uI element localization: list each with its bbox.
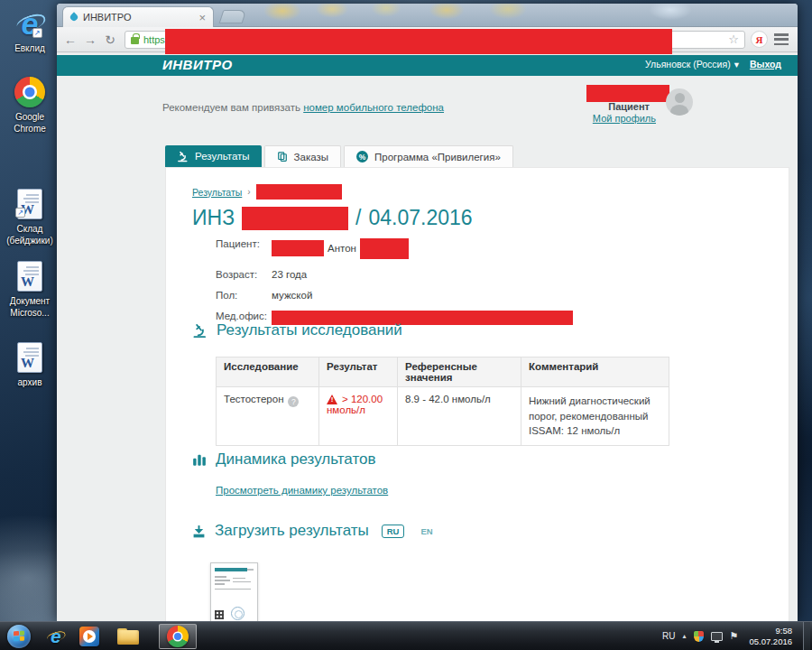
taskbar-explorer-icon[interactable]: [117, 628, 139, 645]
system-tray: RU ▴ ⚑ 9:58 05.07.2016: [662, 622, 812, 650]
logout-link[interactable]: Выход: [750, 59, 781, 70]
language-indicator[interactable]: RU: [662, 631, 675, 641]
breadcrumb: Результаты ›: [192, 184, 342, 200]
user-role-label: Пациент: [559, 101, 650, 112]
content-card: Результаты › ИНЗ / 04.07.2016 Пациент: А…: [165, 167, 789, 621]
yandex-button[interactable]: Я: [751, 31, 768, 48]
browser-menu-icon[interactable]: [772, 33, 790, 46]
show-hidden-icons-button[interactable]: ▴: [683, 632, 687, 640]
results-section-header: Результаты исследований: [192, 321, 402, 339]
tab-label: Заказы: [294, 152, 328, 162]
page-tabs: Результаты Заказы % Программа «Привилеги…: [165, 145, 513, 167]
word-icon: W: [17, 342, 42, 373]
qr-code-icon: [215, 610, 224, 619]
word-icon: W: [17, 261, 42, 292]
download-icon: [192, 525, 206, 538]
browser-titlebar[interactable]: ИНВИТРО ×: [57, 4, 798, 27]
bar-chart-icon: [192, 452, 207, 467]
taskbar-chrome-button-active[interactable]: [159, 624, 197, 649]
column-header: Исследование: [217, 358, 319, 387]
column-header: Результат: [319, 358, 398, 387]
redaction-box-surname: [272, 240, 324, 256]
clock-date: 05.07.2016: [749, 636, 792, 646]
redaction-box-url: [165, 29, 672, 54]
clock-time: 9:58: [776, 626, 793, 636]
help-icon[interactable]: ?: [288, 396, 299, 407]
invitro-logo: ИНВИТРО: [162, 57, 233, 72]
patient-first-name: Антон: [328, 243, 356, 254]
profile-link[interactable]: Мой профиль: [516, 113, 656, 124]
reference-range: 8.9 - 42.0 нмоль/л: [398, 387, 521, 446]
back-button[interactable]: ←: [61, 33, 79, 46]
browser-window: ИНВИТРО × ← → ↻ https:// ☆ Я ИНВИТРО Уль…: [57, 4, 798, 621]
tab-orders[interactable]: Заказы: [264, 145, 341, 167]
city-selector[interactable]: Ульяновск (Россия)▾: [645, 59, 739, 70]
taskbar-ie-icon[interactable]: e: [51, 627, 61, 645]
lang-en-link[interactable]: EN: [420, 526, 432, 536]
microscope-icon: [177, 151, 189, 162]
desktop-icon-chrome[interactable]: Google Chrome: [2, 74, 58, 135]
detail-label: Пациент:: [216, 238, 272, 249]
stamp-icon: [231, 607, 245, 620]
show-desktop-button[interactable]: [803, 622, 810, 650]
desktop-icon-label: архив: [2, 377, 58, 389]
patient-details: Пациент: Антон Возраст: 23 года Пол: муж…: [216, 238, 573, 325]
patient-sex: мужской: [272, 290, 573, 301]
result-value: > 120.00: [342, 394, 383, 404]
redaction-box-inz: [242, 207, 348, 230]
desktop-icon-euclid[interactable]: e↗ Евклид: [2, 5, 58, 55]
desktop-icon-document[interactable]: W Документ Microso...: [2, 258, 58, 319]
desktop-icon-label: Документ Microso...: [2, 296, 58, 319]
desktop-icon-label: Склад (бейджики): [2, 224, 58, 246]
clock[interactable]: 9:58 05.07.2016: [749, 626, 792, 646]
page-title: ИНЗ / 04.07.2016: [192, 206, 473, 230]
forward-button[interactable]: →: [81, 33, 99, 46]
detail-label: Мед.офис:: [216, 311, 272, 321]
word-shortcut-icon: W↗: [17, 189, 42, 219]
chrome-icon: [167, 626, 189, 647]
patient-age: 23 года: [272, 269, 573, 280]
microscope-icon: [192, 323, 208, 339]
new-tab-button[interactable]: [219, 10, 247, 23]
tab-label: Программа «Привилегия»: [374, 152, 501, 162]
taskbar-media-player-icon[interactable]: [79, 627, 99, 646]
chevron-down-icon: ▾: [734, 59, 739, 70]
avatar: [666, 88, 693, 116]
desktop-icon-sklad[interactable]: W↗ Склад (бейджики): [2, 186, 58, 246]
chrome-icon: [14, 77, 45, 107]
thumb-header-bar: [215, 568, 247, 571]
tab-privilege[interactable]: % Программа «Привилегия»: [344, 145, 513, 167]
dynamics-section-header: Динамика результатов: [192, 450, 376, 469]
redaction-box-patronymic: [360, 238, 409, 259]
report-thumbnail[interactable]: [210, 562, 258, 621]
desktop-icon-label: Евклид: [2, 43, 58, 55]
desktop-icon-archive[interactable]: W архив: [2, 339, 58, 389]
tray-security-icon[interactable]: [694, 631, 704, 642]
table-row: Тестостерон? !> 120.00 нмоль/л 8.9 - 42.…: [217, 387, 669, 446]
shortcut-arrow-icon: ↗: [32, 28, 42, 38]
taskbar: e RU ▴ ⚑ 9:58 05.07.2016: [0, 621, 812, 650]
tray-network-icon[interactable]: [711, 632, 723, 641]
desktop-icon-label: Google Chrome: [2, 112, 58, 135]
warning-icon: !: [327, 395, 337, 404]
lang-ru-badge[interactable]: RU: [382, 525, 405, 538]
breadcrumb-results-link[interactable]: Результаты: [192, 187, 242, 198]
padlock-icon: [131, 37, 139, 44]
bookmark-star-icon[interactable]: ☆: [728, 32, 739, 46]
tab-results[interactable]: Результаты: [165, 145, 262, 167]
redaction-box-breadcrumb: [256, 184, 342, 200]
tray-action-center-icon[interactable]: ⚑: [730, 631, 739, 641]
download-section-header: Загрузить результаты RU EN: [192, 522, 433, 540]
shortcut-arrow-icon: ↗: [15, 208, 25, 218]
reload-button[interactable]: ↻: [101, 33, 119, 46]
detail-label: Пол:: [216, 290, 272, 301]
breadcrumb-separator: ›: [247, 187, 250, 197]
invitro-favicon-droplet-icon: [69, 12, 78, 22]
percent-circle-icon: %: [356, 151, 368, 162]
orders-clipboard-icon: [277, 151, 288, 162]
tab-close-icon[interactable]: ×: [198, 12, 206, 23]
start-button[interactable]: [7, 625, 31, 648]
browser-tab[interactable]: ИНВИТРО ×: [62, 6, 214, 27]
view-dynamics-link[interactable]: Просмотреть динамику результатов: [216, 485, 388, 496]
phone-link[interactable]: номер мобильного телефона: [303, 102, 444, 113]
